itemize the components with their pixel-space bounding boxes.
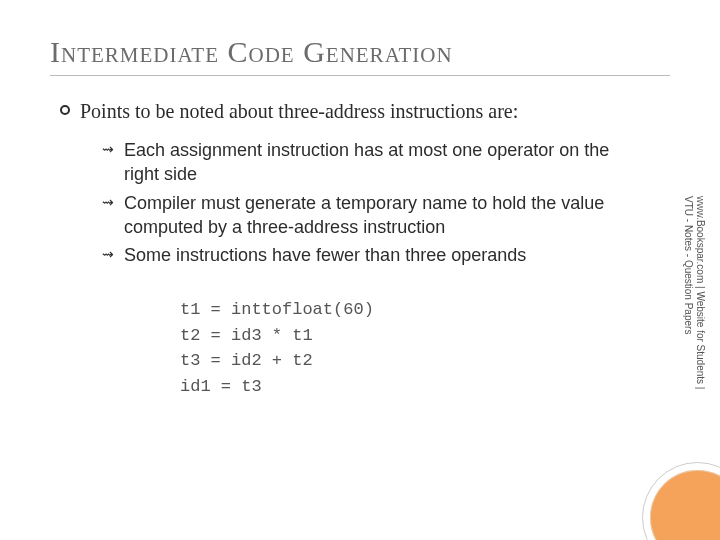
main-point-text: Points to be noted about three-address i…: [80, 100, 518, 122]
slide: Intermediate Code Generation Points to b…: [0, 0, 720, 540]
sub-point-1: ⇝ Each assignment instruction has at mos…: [102, 138, 622, 187]
code-line-2: t2 = id3 * t1: [180, 326, 313, 345]
code-example: t1 = inttofloat(60) t2 = id3 * t1 t3 = i…: [180, 297, 670, 399]
sub-list: ⇝ Each assignment instruction has at mos…: [80, 138, 622, 267]
side-caption-line1: www.Bookspar.com | Website for Students …: [695, 196, 706, 389]
decorative-circle: [647, 467, 720, 540]
bullet-swirl-icon: ⇝: [102, 246, 114, 265]
main-list: Points to be noted about three-address i…: [50, 98, 670, 267]
bullet-swirl-icon: ⇝: [102, 194, 114, 213]
main-point: Points to be noted about three-address i…: [56, 98, 670, 267]
sub-point-3: ⇝ Some instructions have fewer than thre…: [102, 243, 622, 267]
sub-point-2-text: Compiler must generate a temporary name …: [124, 193, 604, 237]
code-line-3: t3 = id2 + t2: [180, 351, 313, 370]
bullet-swirl-icon: ⇝: [102, 141, 114, 160]
side-caption: www.Bookspar.com | Website for Students …: [692, 196, 706, 456]
slide-title: Intermediate Code Generation: [50, 35, 670, 69]
code-line-1: t1 = inttofloat(60): [180, 300, 374, 319]
side-caption-line2: VTU - Notes - Question Papers: [683, 196, 694, 334]
sub-point-2: ⇝ Compiler must generate a temporary nam…: [102, 191, 622, 240]
title-underline: [50, 75, 670, 76]
sub-point-3-text: Some instructions have fewer than three …: [124, 245, 526, 265]
code-line-4: id1 = t3: [180, 377, 262, 396]
sub-point-1-text: Each assignment instruction has at most …: [124, 140, 609, 184]
